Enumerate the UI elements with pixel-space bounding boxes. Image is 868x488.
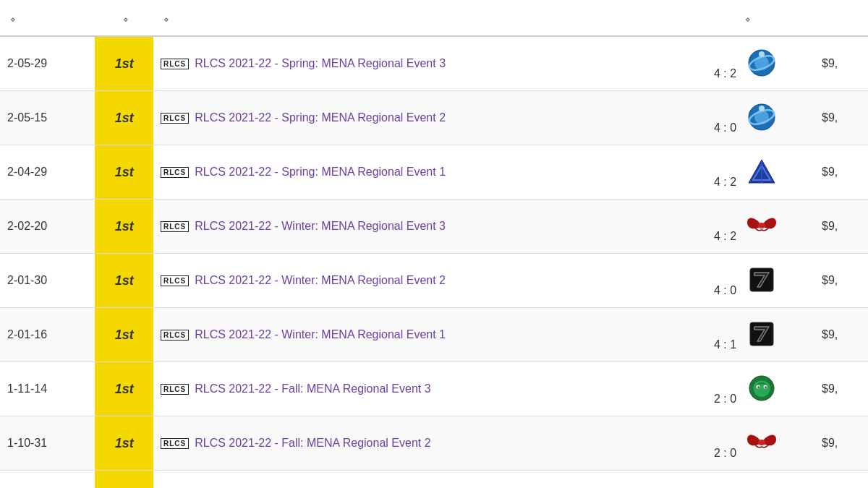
date-cell: 1-10-17 xyxy=(0,471,95,489)
table-row: 1-11-14 1st RLCS RLCS 2021-22 - Fall: ME… xyxy=(0,362,868,416)
tournament-name: RLCS 2021-22 - Winter: MENA Regional Eve… xyxy=(195,328,446,341)
opponent-icon xyxy=(746,481,778,488)
tournament-name: RLCS 2021-22 - Fall: MENA Regional Event… xyxy=(195,382,430,395)
svg-point-7 xyxy=(759,106,765,111)
date-cell: 2-05-29 xyxy=(0,36,95,91)
date-cell: 2-04-29 xyxy=(0,145,95,200)
tournament-cell[interactable]: RLCS RLCS 2021-22 - Winter: MENA Regiona… xyxy=(153,200,677,254)
opponent-icon xyxy=(746,47,778,79)
rlcs-badge: RLCS xyxy=(161,59,189,69)
opponent-icon xyxy=(746,155,778,187)
tournament-name: RLCS 2021-22 - Spring: MENA Regional Eve… xyxy=(195,166,446,179)
date-cell: 1-11-14 xyxy=(0,362,95,416)
prize-cell: $9, xyxy=(814,416,868,471)
table-row: 2-04-29 1st RLCS RLCS 2021-22 - Spring: … xyxy=(0,145,868,200)
date-cell: 1-10-31 xyxy=(0,416,95,471)
result-cell: 4 : 0 xyxy=(677,91,814,145)
place-cell: 1st xyxy=(95,145,153,200)
place-cell: 1st xyxy=(95,416,153,471)
tournament-cell[interactable]: RLCS RLCS 2021-22 - Spring: MENA Regiona… xyxy=(153,91,677,145)
opponent-icon xyxy=(746,427,778,458)
rlcs-badge: RLCS xyxy=(161,221,189,232)
svg-point-18 xyxy=(765,386,767,388)
table-row: 2-05-15 1st RLCS RLCS 2021-22 - Spring: … xyxy=(0,91,868,145)
tournament-header[interactable]: ⬦ xyxy=(153,0,677,36)
result-sort-icon: ⬦ xyxy=(745,14,750,24)
prize-cell: $9, xyxy=(814,362,868,416)
prize-cell: $9, xyxy=(814,91,868,145)
table-row: 2-05-29 1st RLCS RLCS 2021-22 - Spring: … xyxy=(0,36,868,91)
result-cell: 4 : 0 xyxy=(677,254,814,308)
tournament-cell[interactable]: RLCS RLCS 2021-22 - Winter: MENA Regiona… xyxy=(153,254,677,308)
result-cell: 4 : 2 xyxy=(677,145,814,200)
prize-cell: $9, xyxy=(814,308,868,362)
table-row: 1-10-31 1st RLCS RLCS 2021-22 - Fall: ME… xyxy=(0,416,868,471)
result-cell: 2 : 0 xyxy=(677,416,814,471)
tournament-name: RLCS 2021-22 - Fall: MENA Regional Event… xyxy=(195,437,430,450)
prize-cell: $9, xyxy=(814,145,868,200)
date-header[interactable]: ⬦ xyxy=(0,0,95,36)
opponent-icon xyxy=(746,210,778,241)
tournament-name: RLCS 2021-22 - Winter: MENA Regional Eve… xyxy=(195,220,446,233)
prize-cell: $9, xyxy=(814,471,868,489)
rlcs-badge: RLCS xyxy=(161,275,189,286)
place-sort-icon: ⬦ xyxy=(123,14,128,24)
date-cell: 2-01-30 xyxy=(0,254,95,308)
svg-point-17 xyxy=(758,386,760,388)
rlcs-badge: RLCS xyxy=(161,113,189,124)
result-cell: 4 : 1 xyxy=(677,308,814,362)
place-cell: 1st xyxy=(95,91,153,145)
place-header[interactable]: ⬦ xyxy=(95,0,153,36)
result-cell: 2 : 0 xyxy=(677,362,814,416)
svg-point-3 xyxy=(759,51,765,57)
opponent-icon xyxy=(746,101,778,133)
tournament-cell[interactable]: RLCS RLCS 2021-22 - Spring: MENA Regiona… xyxy=(153,36,677,91)
place-cell: 1st xyxy=(95,362,153,416)
result-cell: 2 : 0 xyxy=(677,471,814,489)
rlcs-badge: RLCS xyxy=(161,330,189,341)
place-cell: 1st xyxy=(95,254,153,308)
tournament-name: RLCS 2021-22 - Spring: MENA Regional Eve… xyxy=(195,57,446,70)
tournament-cell[interactable]: RLCS RLCS 2021-22 - Fall: MENA Regional … xyxy=(153,416,677,471)
date-cell: 2-05-15 xyxy=(0,91,95,145)
rlcs-badge: RLCS xyxy=(161,384,189,395)
tournament-cell[interactable]: RLCS RLCS 2021-22 - Fall: MENA Regional … xyxy=(153,362,677,416)
result-cell: 4 : 2 xyxy=(677,200,814,254)
prize-cell: $9, xyxy=(814,254,868,308)
table-row: 2-01-16 1st RLCS RLCS 2021-22 - Winter: … xyxy=(0,308,868,362)
result-cell: 4 : 2 xyxy=(677,36,814,91)
prize-header[interactable] xyxy=(814,0,868,36)
table-row: 2-02-20 1st RLCS RLCS 2021-22 - Winter: … xyxy=(0,200,868,254)
place-cell: 1st xyxy=(95,36,153,91)
prize-cell: $9, xyxy=(814,200,868,254)
tournament-name: RLCS 2021-22 - Spring: MENA Regional Eve… xyxy=(195,111,446,124)
tournament-cell[interactable]: RLCS RLCS 2021-22 - Winter: MENA Regiona… xyxy=(153,308,677,362)
date-sort-icon: ⬦ xyxy=(10,14,15,24)
place-cell: 1st xyxy=(95,200,153,254)
table-row: 2-01-30 1st RLCS RLCS 2021-22 - Winter: … xyxy=(0,254,868,308)
result-header[interactable]: ⬦ xyxy=(677,0,814,36)
place-cell: 1st xyxy=(95,308,153,362)
opponent-icon xyxy=(746,372,778,404)
tournament-name: RLCS 2021-22 - Winter: MENA Regional Eve… xyxy=(195,274,446,287)
svg-point-11 xyxy=(758,223,765,228)
rlcs-badge: RLCS xyxy=(161,167,189,178)
tournament-cell[interactable]: RLCS RLCS 2021-22 - Spring: MENA Regiona… xyxy=(153,145,677,200)
opponent-icon xyxy=(746,318,778,350)
table-row: 1-10-17 1st RLCS RLCS 2021-22 - Fall: ME… xyxy=(0,471,868,489)
tournament-sort-icon: ⬦ xyxy=(163,14,169,24)
date-cell: 2-01-16 xyxy=(0,308,95,362)
date-cell: 2-02-20 xyxy=(0,200,95,254)
prize-cell: $9, xyxy=(814,36,868,91)
opponent-icon xyxy=(746,264,778,296)
tournament-cell[interactable]: RLCS RLCS 2021-22 - Fall: MENA Regional … xyxy=(153,471,677,489)
place-cell: 1st xyxy=(95,471,153,489)
svg-point-19 xyxy=(758,440,765,445)
rlcs-badge: RLCS xyxy=(161,438,189,449)
